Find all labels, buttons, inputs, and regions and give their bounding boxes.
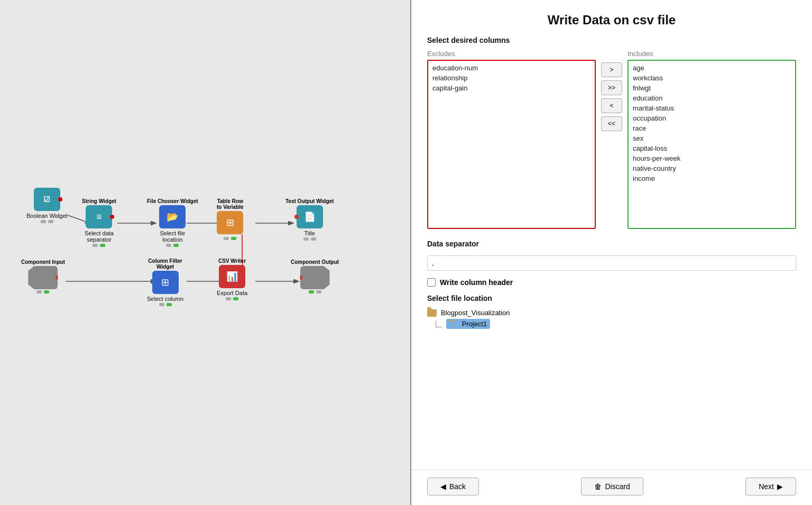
component-output-node[interactable]: Component Output <box>291 259 339 293</box>
column-filter-title: Column FilterWidget <box>148 258 182 270</box>
csv-writer-title: CSV Writer <box>218 258 246 264</box>
text-output-title: Text Output Widget <box>285 198 334 204</box>
csv-writer-node[interactable]: CSV Writer 📊 Export Data <box>217 258 247 300</box>
excludes-wrap: Excludes education-num relationship capi… <box>427 50 596 229</box>
text-output-node[interactable]: Text Output Widget 📄 Title <box>285 198 334 241</box>
columns-section-label: Select desired columns <box>427 36 796 44</box>
boolean-widget-ports <box>41 220 53 223</box>
column-filter-ports <box>159 303 172 306</box>
write-column-header-row: Write column header <box>427 278 796 287</box>
string-widget-node[interactable]: String Widget ≡ Select dataseparator <box>82 198 116 247</box>
string-widget-box: ≡ <box>86 205 112 228</box>
file-chooser-ports <box>166 244 179 247</box>
csv-writer-ports <box>226 297 238 300</box>
excludes-item-capital-gain[interactable]: capital-gain <box>430 83 593 93</box>
column-filter-label: Select column <box>147 296 183 302</box>
file-chooser-title: File Chooser Widget <box>147 198 198 204</box>
includes-item-marital-status[interactable]: marital-status <box>631 103 793 113</box>
tree-item-project1-label[interactable]: Project1 <box>446 319 490 329</box>
includes-item-education[interactable]: education <box>631 93 793 103</box>
boolean-widget-box: ☑ <box>34 188 60 211</box>
next-arrow-icon: ▶ <box>777 482 783 491</box>
boolean-widget-node[interactable]: ☑ Boolean Widget <box>26 188 68 223</box>
includes-label: Includes <box>628 50 796 58</box>
column-filter-box: ⊞ <box>152 271 179 294</box>
file-chooser-box: 📂 <box>159 205 186 228</box>
csv-writer-box: 📊 <box>219 265 245 288</box>
discard-button[interactable]: 🗑 Discard <box>581 478 643 495</box>
excludes-label: Excludes <box>427 50 596 58</box>
includes-wrap: Includes age workclass fnlwgt education … <box>628 50 796 229</box>
canvas-connections <box>0 0 410 505</box>
config-panel: Write Data on csv file Select desired co… <box>410 0 812 505</box>
next-label: Next <box>759 482 774 491</box>
file-chooser-label: Select file location <box>151 230 193 243</box>
table-row-node[interactable]: Table Rowto Variable ⊞ <box>217 198 244 240</box>
panel-body: Select desired columns Excludes educatio… <box>411 36 812 470</box>
back-arrow-icon: ◀ <box>440 482 446 491</box>
tree-item-blogpost[interactable]: Blogpost_Visualization <box>427 308 796 318</box>
move-all-left-button[interactable]: << <box>601 116 622 131</box>
back-button[interactable]: ◀ Back <box>427 478 479 495</box>
text-output-label: Title <box>304 230 315 236</box>
file-tree: Blogpost_Visualization Project1 <box>427 308 796 330</box>
tree-item-project1[interactable]: Project1 <box>427 318 796 330</box>
columns-section: Excludes education-num relationship capi… <box>427 50 796 229</box>
table-row-box: ⊞ <box>217 211 243 234</box>
includes-item-fnlwgt[interactable]: fnlwgt <box>631 83 793 93</box>
tree-item-blogpost-label: Blogpost_Visualization <box>441 309 510 317</box>
text-output-box: 📄 <box>297 205 323 228</box>
includes-list[interactable]: age workclass fnlwgt education marital-s… <box>628 60 796 229</box>
write-column-header-label: Write column header <box>440 278 513 287</box>
component-output-ports <box>309 290 321 293</box>
excludes-list[interactable]: education-num relationship capital-gain <box>427 60 596 229</box>
transfer-buttons: > >> < << <box>601 50 622 131</box>
component-output-title: Component Output <box>291 259 339 265</box>
includes-item-age[interactable]: age <box>631 63 793 73</box>
file-chooser-node[interactable]: File Chooser Widget 📂 Select file locati… <box>147 198 198 247</box>
component-input-ports <box>36 290 49 293</box>
component-input-box <box>28 266 58 289</box>
discard-label: Discard <box>605 482 630 491</box>
separator-section: Data separator <box>427 240 796 271</box>
move-left-button[interactable]: < <box>601 98 622 113</box>
boolean-widget-label: Boolean Widget <box>26 213 68 219</box>
includes-item-workclass[interactable]: workclass <box>631 73 793 83</box>
table-row-title: Table Rowto Variable <box>217 198 244 210</box>
write-column-header-checkbox[interactable] <box>427 278 436 287</box>
component-output-box <box>300 266 330 289</box>
string-widget-ports <box>93 244 105 247</box>
separator-label: Data separator <box>427 240 796 248</box>
workflow-canvas: ☑ Boolean Widget String Widget ≡ Select … <box>0 0 410 505</box>
panel-footer: ◀ Back 🗑 Discard Next ▶ <box>411 470 812 505</box>
folder-icon-blogpost <box>427 309 437 317</box>
includes-item-hours-per-week[interactable]: hours-per-week <box>631 153 793 163</box>
project1-text: Project1 <box>462 320 487 328</box>
column-filter-node[interactable]: Column FilterWidget ⊞ Select column <box>147 258 183 306</box>
move-right-button[interactable]: > <box>601 62 622 77</box>
string-widget-title: String Widget <box>82 198 116 204</box>
includes-item-race[interactable]: race <box>631 123 793 133</box>
csv-writer-label: Export Data <box>217 290 247 296</box>
excludes-item-relationship[interactable]: relationship <box>430 73 593 83</box>
includes-item-occupation[interactable]: occupation <box>631 113 793 123</box>
component-input-title: Component Input <box>21 259 65 265</box>
folder-icon-project1 <box>449 322 458 328</box>
move-all-right-button[interactable]: >> <box>601 80 622 95</box>
next-button[interactable]: Next ▶ <box>745 478 796 495</box>
trash-icon: 🗑 <box>594 482 602 491</box>
includes-item-sex[interactable]: sex <box>631 133 793 143</box>
includes-item-native-country[interactable]: native-country <box>631 163 793 173</box>
excludes-item-education-num[interactable]: education-num <box>430 63 593 73</box>
table-row-ports <box>224 237 236 240</box>
file-location-section: Select file location Blogpost_Visualizat… <box>427 294 796 330</box>
panel-title: Write Data on csv file <box>411 0 812 36</box>
tree-branch-project1 <box>436 321 442 327</box>
string-widget-label: Select dataseparator <box>85 230 114 243</box>
file-location-label: Select file location <box>427 294 796 302</box>
includes-item-income[interactable]: income <box>631 173 793 183</box>
component-input-node[interactable]: Component Input <box>21 259 65 293</box>
includes-item-capital-loss[interactable]: capital-loss <box>631 143 793 153</box>
separator-input[interactable] <box>427 255 796 271</box>
text-output-ports <box>303 237 316 241</box>
